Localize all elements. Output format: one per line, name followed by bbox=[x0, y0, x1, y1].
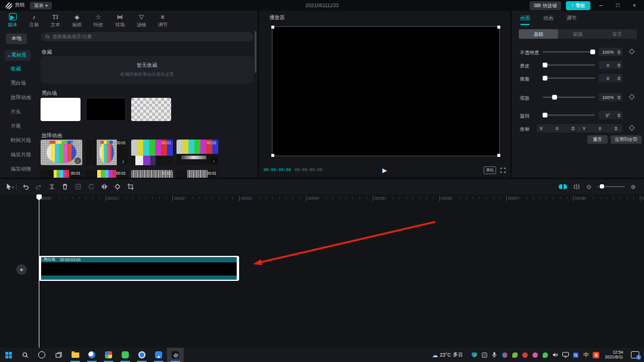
crop-button[interactable] bbox=[124, 183, 137, 190]
weather-widget[interactable]: ☁ 23°C 多云 bbox=[432, 351, 463, 358]
tab-transition[interactable]: ⋈ 转场 bbox=[111, 13, 129, 29]
opacity-slider[interactable] bbox=[543, 51, 595, 52]
glitch-thumb-ebu[interactable]: 00:01 ↓ bbox=[177, 140, 218, 165]
start-button[interactable] bbox=[0, 348, 17, 362]
download-icon[interactable]: ↓ bbox=[210, 157, 217, 164]
stepper-icon[interactable] bbox=[617, 113, 623, 117]
nav-item-glitch[interactable]: 故障动画 bbox=[11, 94, 31, 101]
taskbar-search-button[interactable] bbox=[17, 348, 33, 362]
scale-value-box[interactable]: 100% bbox=[599, 93, 623, 101]
search-bar[interactable] bbox=[41, 32, 253, 41]
undo-button[interactable] bbox=[19, 183, 32, 190]
glitch-thumb-minibars-2[interactable]: 00:01 bbox=[86, 170, 128, 178]
reverse-button[interactable] bbox=[85, 183, 98, 190]
smooth-skin-value-box[interactable]: 0 bbox=[599, 61, 623, 69]
glitch-thumb-noise-small[interactable]: 00:01 bbox=[177, 170, 218, 178]
capcut-taskbar-button[interactable] bbox=[167, 348, 184, 362]
notification-center-button[interactable]: 1 bbox=[631, 351, 639, 358]
content-scrollbar[interactable] bbox=[255, 31, 256, 73]
nav-item-outro[interactable]: 片尾 bbox=[11, 123, 21, 130]
rotate-slider[interactable] bbox=[543, 115, 595, 116]
nav-item-funny-clips[interactable]: 搞笑片段 bbox=[11, 151, 31, 159]
qq-browser-button[interactable] bbox=[83, 348, 100, 362]
split-button[interactable] bbox=[45, 183, 58, 190]
tray-security-icon[interactable] bbox=[501, 351, 508, 358]
keyframe-icon[interactable] bbox=[629, 49, 635, 55]
glitch-thumb-smpte[interactable]: 00:01 bbox=[131, 140, 173, 165]
subtab-basic[interactable]: 基础 bbox=[519, 29, 558, 39]
photos-app-button[interactable]: ▲ bbox=[150, 348, 167, 362]
glitch-thumb-testcard[interactable]: 00:01 ↓ bbox=[41, 140, 82, 165]
rotate-button[interactable] bbox=[111, 183, 124, 190]
position-x-value[interactable]: 0 bbox=[545, 126, 569, 131]
keyframe-icon[interactable] bbox=[629, 94, 635, 100]
stepper-icon[interactable] bbox=[617, 50, 623, 54]
timeline[interactable]: 00:00 00:01 00:02 00:03 00:04 00:05 00:0… bbox=[0, 194, 644, 348]
nav-item-favorites[interactable]: 收藏 bbox=[11, 66, 21, 73]
nav-item-funny-animals[interactable]: 搞笑动物 bbox=[11, 166, 31, 173]
reset-button[interactable]: 重置 bbox=[587, 135, 608, 144]
aspect-ratio-button[interactable]: 原始 bbox=[484, 166, 496, 174]
tray-shield-icon[interactable] bbox=[470, 351, 478, 358]
select-tool-caret-icon[interactable]: ▾ bbox=[12, 185, 14, 189]
preview-axis-icon[interactable] bbox=[573, 183, 580, 190]
resize-handle-br[interactable] bbox=[497, 154, 500, 157]
position-y-value[interactable]: 0 bbox=[588, 126, 612, 131]
volume-icon[interactable] bbox=[552, 351, 559, 358]
freeze-frame-button[interactable] bbox=[72, 183, 85, 190]
stepper-icon[interactable] bbox=[571, 126, 577, 131]
tab-effects[interactable]: ☆ 特效 bbox=[89, 13, 107, 29]
position-input[interactable]: X 0 | Y 0 bbox=[537, 124, 623, 132]
apply-to-all-button[interactable]: 应用到全部 bbox=[611, 135, 642, 144]
tab-audio[interactable]: ♪ 音频 bbox=[25, 13, 43, 29]
nav-item-black-white[interactable]: 黑白场 bbox=[11, 80, 26, 87]
zoom-in-icon[interactable]: ⊕ bbox=[631, 184, 636, 190]
minimize-button[interactable]: ─ bbox=[595, 2, 607, 8]
nav-library[interactable]: ▾ 素材库 bbox=[5, 50, 30, 61]
timeline-clip[interactable]: 黑白场 00:00:03:00 bbox=[39, 256, 239, 281]
browser-app-button[interactable] bbox=[134, 348, 150, 362]
nav-local[interactable]: 本地 bbox=[6, 33, 27, 44]
shortcut-keys-button[interactable]: ⌨ 快捷键 bbox=[530, 1, 561, 10]
wechat-button[interactable] bbox=[117, 348, 134, 362]
download-icon[interactable]: ↓ bbox=[75, 157, 81, 164]
tray-red-dot-icon[interactable] bbox=[521, 351, 528, 358]
redo-button[interactable] bbox=[32, 183, 45, 190]
smooth-skin-slider[interactable] bbox=[543, 64, 595, 66]
maximize-button[interactable]: □ bbox=[612, 2, 624, 8]
nav-item-time-clips[interactable]: 时间片段 bbox=[11, 137, 31, 144]
taskbar-clock[interactable]: 12:54 2021/6/11 bbox=[602, 350, 626, 360]
mirror-button[interactable] bbox=[98, 183, 111, 190]
resize-handle-tl[interactable] bbox=[271, 26, 274, 29]
tab-adjustment[interactable]: 调节 bbox=[566, 15, 577, 22]
tab-picture[interactable]: 画面 bbox=[520, 15, 530, 22]
snap-toggle-icon[interactable] bbox=[559, 184, 567, 189]
slim-face-value-box[interactable]: 0 bbox=[599, 74, 623, 82]
video-preview[interactable] bbox=[272, 26, 500, 156]
tab-media[interactable]: ▶ 媒体 bbox=[4, 13, 21, 29]
add-media-button[interactable]: + bbox=[16, 264, 27, 275]
black-field-thumb[interactable] bbox=[86, 98, 126, 121]
search-input[interactable] bbox=[52, 34, 249, 39]
scale-slider[interactable] bbox=[543, 97, 595, 98]
stepper-icon[interactable] bbox=[617, 63, 623, 67]
sogou-input-icon[interactable]: S bbox=[593, 352, 599, 358]
tray-gpu-icon[interactable] bbox=[511, 351, 518, 358]
fullscreen-icon[interactable] bbox=[500, 168, 506, 173]
file-explorer-button[interactable] bbox=[67, 348, 83, 362]
glitch-thumb-testcard-portrait[interactable]: 00:01 ↓ bbox=[86, 140, 128, 165]
tray-netdisk-icon[interactable]: N bbox=[572, 351, 579, 358]
glitch-thumb-minibars[interactable]: 00:01 bbox=[41, 170, 82, 178]
resize-handle-tr[interactable] bbox=[497, 26, 500, 29]
subtab-mask[interactable]: 蒙版 bbox=[558, 29, 597, 39]
close-button[interactable]: × bbox=[628, 2, 640, 8]
ime-indicator[interactable]: 中 bbox=[582, 351, 590, 359]
resize-handle-bl[interactable] bbox=[271, 154, 274, 157]
stepper-icon[interactable] bbox=[614, 126, 620, 131]
tab-sticker[interactable]: ◈ 贴纸 bbox=[68, 13, 86, 29]
stepper-icon[interactable] bbox=[617, 95, 623, 100]
tab-filter[interactable]: ▽ 滤镜 bbox=[132, 13, 150, 29]
export-button[interactable]: ↑ 导出 bbox=[566, 1, 590, 10]
nav-item-intro[interactable]: 片头 bbox=[11, 109, 21, 116]
playhead-line[interactable] bbox=[39, 194, 39, 348]
